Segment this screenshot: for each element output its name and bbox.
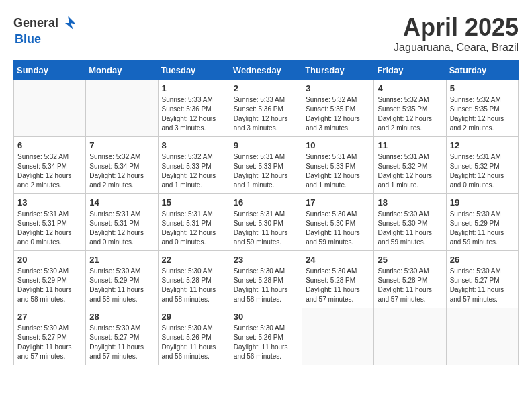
calendar-dow-saturday: Saturday [446, 61, 518, 80]
day-number: 24 [306, 255, 370, 265]
calendar-cell: 26Sunrise: 5:30 AMSunset: 5:27 PMDayligh… [446, 251, 518, 308]
day-number: 6 [17, 140, 82, 150]
day-number: 30 [234, 312, 298, 322]
day-info: Sunrise: 5:31 AMSunset: 5:32 PMDaylight:… [450, 152, 515, 190]
calendar-cell: 20Sunrise: 5:30 AMSunset: 5:29 PMDayligh… [14, 251, 86, 308]
day-number: 26 [450, 255, 515, 265]
calendar-cell: 27Sunrise: 5:30 AMSunset: 5:27 PMDayligh… [14, 308, 86, 365]
day-number: 1 [162, 83, 226, 93]
day-info: Sunrise: 5:30 AMSunset: 5:27 PMDaylight:… [89, 324, 154, 361]
day-number: 11 [378, 140, 442, 150]
day-info: Sunrise: 5:32 AMSunset: 5:34 PMDaylight:… [17, 152, 82, 190]
calendar-table: SundayMondayTuesdayWednesdayThursdayFrid… [13, 60, 519, 365]
day-number: 16 [234, 197, 298, 208]
day-info: Sunrise: 5:30 AMSunset: 5:27 PMDaylight:… [450, 267, 515, 304]
day-info: Sunrise: 5:32 AMSunset: 5:35 PMDaylight:… [378, 95, 442, 133]
day-number: 7 [89, 140, 154, 150]
day-number: 28 [89, 312, 154, 322]
calendar-cell: 1Sunrise: 5:33 AMSunset: 5:36 PMDaylight… [158, 80, 230, 137]
day-number: 15 [162, 197, 226, 208]
day-info: Sunrise: 5:30 AMSunset: 5:26 PMDaylight:… [162, 324, 226, 361]
calendar-cell: 5Sunrise: 5:32 AMSunset: 5:35 PMDaylight… [446, 80, 518, 137]
calendar-cell: 29Sunrise: 5:30 AMSunset: 5:26 PMDayligh… [158, 308, 230, 365]
calendar-header-row: SundayMondayTuesdayWednesdayThursdayFrid… [14, 61, 519, 80]
calendar-cell: 9Sunrise: 5:31 AMSunset: 5:33 PMDaylight… [230, 137, 302, 194]
day-info: Sunrise: 5:31 AMSunset: 5:32 PMDaylight:… [378, 152, 442, 190]
day-info: Sunrise: 5:31 AMSunset: 5:30 PMDaylight:… [234, 210, 298, 247]
day-number: 5 [450, 83, 515, 93]
day-number: 14 [89, 197, 154, 208]
calendar-dow-friday: Friday [374, 61, 446, 80]
day-info: Sunrise: 5:32 AMSunset: 5:35 PMDaylight:… [306, 95, 370, 133]
day-number: 4 [378, 83, 442, 93]
calendar-cell: 25Sunrise: 5:30 AMSunset: 5:28 PMDayligh… [374, 251, 446, 308]
day-number: 2 [234, 83, 298, 93]
logo-blue-text: Blue [15, 32, 41, 46]
calendar-cell [302, 308, 374, 365]
calendar-cell: 24Sunrise: 5:30 AMSunset: 5:28 PMDayligh… [302, 251, 374, 308]
calendar-cell: 4Sunrise: 5:32 AMSunset: 5:35 PMDaylight… [374, 80, 446, 137]
month-title: April 2025 [394, 13, 519, 42]
day-info: Sunrise: 5:30 AMSunset: 5:27 PMDaylight:… [17, 324, 82, 361]
day-info: Sunrise: 5:30 AMSunset: 5:28 PMDaylight:… [162, 267, 226, 304]
logo-bird-icon [58, 13, 77, 32]
calendar-week-row: 27Sunrise: 5:30 AMSunset: 5:27 PMDayligh… [14, 308, 519, 365]
calendar-cell: 6Sunrise: 5:32 AMSunset: 5:34 PMDaylight… [14, 137, 86, 194]
day-info: Sunrise: 5:30 AMSunset: 5:29 PMDaylight:… [450, 210, 515, 247]
day-number: 22 [162, 255, 226, 265]
calendar-cell: 18Sunrise: 5:30 AMSunset: 5:30 PMDayligh… [374, 194, 446, 251]
day-info: Sunrise: 5:30 AMSunset: 5:29 PMDaylight:… [89, 267, 154, 304]
day-info: Sunrise: 5:31 AMSunset: 5:33 PMDaylight:… [234, 152, 298, 190]
day-number: 27 [17, 312, 82, 322]
day-info: Sunrise: 5:30 AMSunset: 5:30 PMDaylight:… [378, 210, 442, 247]
day-info: Sunrise: 5:30 AMSunset: 5:30 PMDaylight:… [306, 210, 370, 247]
day-info: Sunrise: 5:30 AMSunset: 5:28 PMDaylight:… [306, 267, 370, 304]
day-number: 29 [162, 312, 226, 322]
day-number: 17 [306, 197, 370, 208]
logo: General Blue [13, 13, 77, 46]
calendar-cell: 2Sunrise: 5:33 AMSunset: 5:36 PMDaylight… [230, 80, 302, 137]
day-number: 9 [234, 140, 298, 150]
day-info: Sunrise: 5:32 AMSunset: 5:35 PMDaylight:… [450, 95, 515, 133]
location-title: Jaguaruana, Ceara, Brazil [394, 42, 519, 54]
svg-marker-0 [65, 16, 76, 30]
day-info: Sunrise: 5:31 AMSunset: 5:31 PMDaylight:… [89, 210, 154, 247]
day-info: Sunrise: 5:31 AMSunset: 5:31 PMDaylight:… [162, 210, 226, 247]
calendar-cell: 8Sunrise: 5:32 AMSunset: 5:33 PMDaylight… [158, 137, 230, 194]
day-info: Sunrise: 5:32 AMSunset: 5:33 PMDaylight:… [162, 152, 226, 190]
day-number: 10 [306, 140, 370, 150]
calendar-dow-monday: Monday [86, 61, 158, 80]
calendar-week-row: 13Sunrise: 5:31 AMSunset: 5:31 PMDayligh… [14, 194, 519, 251]
calendar-cell: 16Sunrise: 5:31 AMSunset: 5:30 PMDayligh… [230, 194, 302, 251]
day-info: Sunrise: 5:30 AMSunset: 5:28 PMDaylight:… [234, 267, 298, 304]
calendar-cell [14, 80, 86, 137]
calendar-cell [374, 308, 446, 365]
day-info: Sunrise: 5:33 AMSunset: 5:36 PMDaylight:… [162, 95, 226, 133]
calendar-cell: 13Sunrise: 5:31 AMSunset: 5:31 PMDayligh… [14, 194, 86, 251]
day-number: 23 [234, 255, 298, 265]
calendar-week-row: 20Sunrise: 5:30 AMSunset: 5:29 PMDayligh… [14, 251, 519, 308]
day-info: Sunrise: 5:31 AMSunset: 5:31 PMDaylight:… [17, 210, 82, 247]
day-number: 3 [306, 83, 370, 93]
calendar-cell: 3Sunrise: 5:32 AMSunset: 5:35 PMDaylight… [302, 80, 374, 137]
calendar-cell: 15Sunrise: 5:31 AMSunset: 5:31 PMDayligh… [158, 194, 230, 251]
day-number: 18 [378, 197, 442, 208]
calendar-cell [446, 308, 518, 365]
title-area: April 2025 Jaguaruana, Ceara, Brazil [394, 13, 519, 54]
calendar-cell: 21Sunrise: 5:30 AMSunset: 5:29 PMDayligh… [86, 251, 158, 308]
day-info: Sunrise: 5:30 AMSunset: 5:29 PMDaylight:… [17, 267, 82, 304]
calendar-dow-sunday: Sunday [14, 61, 86, 80]
calendar-dow-wednesday: Wednesday [230, 61, 302, 80]
day-number: 8 [162, 140, 226, 150]
calendar-cell: 11Sunrise: 5:31 AMSunset: 5:32 PMDayligh… [374, 137, 446, 194]
calendar-cell [86, 80, 158, 137]
calendar-week-row: 1Sunrise: 5:33 AMSunset: 5:36 PMDaylight… [14, 80, 519, 137]
calendar-cell: 17Sunrise: 5:30 AMSunset: 5:30 PMDayligh… [302, 194, 374, 251]
day-number: 25 [378, 255, 442, 265]
day-number: 13 [17, 197, 82, 208]
day-info: Sunrise: 5:30 AMSunset: 5:28 PMDaylight:… [378, 267, 442, 304]
calendar-cell: 14Sunrise: 5:31 AMSunset: 5:31 PMDayligh… [86, 194, 158, 251]
calendar-dow-thursday: Thursday [302, 61, 374, 80]
calendar-cell: 12Sunrise: 5:31 AMSunset: 5:32 PMDayligh… [446, 137, 518, 194]
calendar-cell: 28Sunrise: 5:30 AMSunset: 5:27 PMDayligh… [86, 308, 158, 365]
